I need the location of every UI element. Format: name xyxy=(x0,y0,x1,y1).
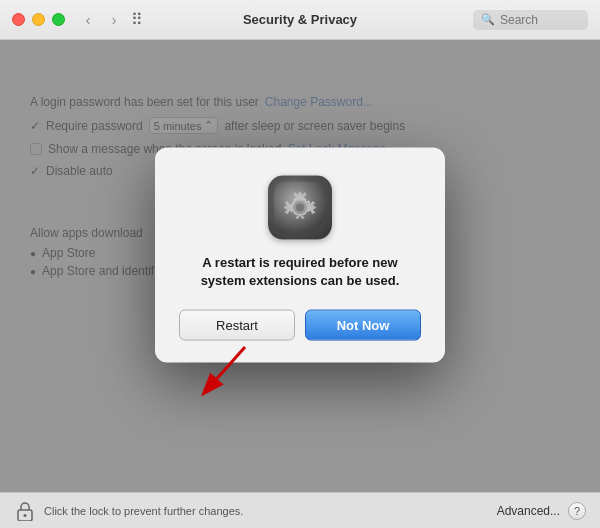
minimize-button[interactable] xyxy=(32,13,45,26)
maximize-button[interactable] xyxy=(52,13,65,26)
title-bar: ‹ › ⠿ Security & Privacy 🔍 xyxy=(0,0,600,40)
window-title: Security & Privacy xyxy=(243,12,357,27)
app-icon xyxy=(268,176,332,240)
modal-title: A restart is required before new system … xyxy=(179,254,421,290)
grid-button[interactable]: ⠿ xyxy=(131,10,143,29)
not-now-button[interactable]: Not Now xyxy=(305,310,421,341)
svg-line-9 xyxy=(205,347,245,392)
svg-point-7 xyxy=(296,203,304,211)
modal-dialog: A restart is required before new system … xyxy=(155,148,445,363)
lock-icon xyxy=(16,501,34,521)
main-content: General FileVault Firewall Privacy A log… xyxy=(0,40,600,492)
lock-text: Click the lock to prevent further change… xyxy=(44,505,489,517)
search-icon: 🔍 xyxy=(481,13,495,26)
search-bar[interactable]: 🔍 xyxy=(473,10,588,30)
bottom-bar: Click the lock to prevent further change… xyxy=(0,492,600,528)
nav-buttons: ‹ › xyxy=(77,9,125,31)
back-button[interactable]: ‹ xyxy=(77,9,99,31)
arrow-indicator xyxy=(185,337,245,397)
search-input[interactable] xyxy=(500,13,580,27)
close-button[interactable] xyxy=(12,13,25,26)
traffic-lights xyxy=(12,13,65,26)
advanced-button[interactable]: Advanced... xyxy=(497,504,560,518)
help-button[interactable]: ? xyxy=(568,502,586,520)
lock-icon-wrap[interactable] xyxy=(14,500,36,522)
forward-button[interactable]: › xyxy=(103,9,125,31)
svg-point-11 xyxy=(24,514,27,517)
